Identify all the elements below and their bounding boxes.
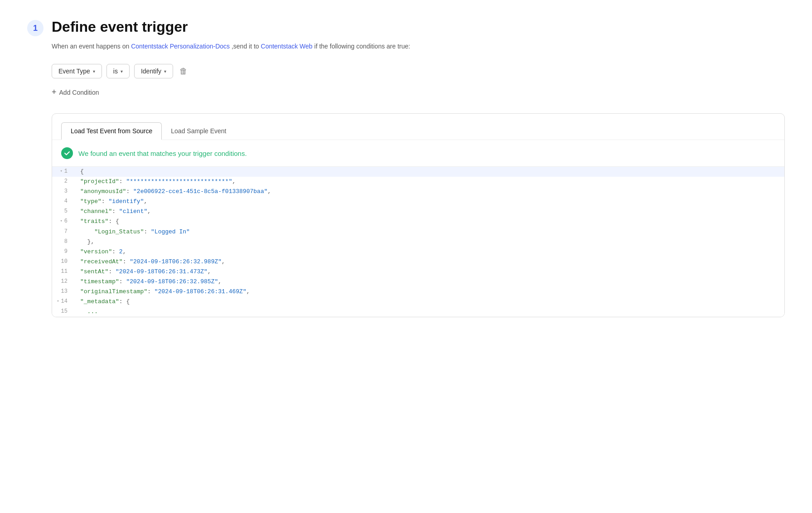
line-number-10: 10 [52, 257, 75, 266]
code-line-1: ▾ 1 { [52, 167, 784, 177]
add-condition-label: Add Condition [59, 89, 99, 96]
line-number-6: ▾ 6 [52, 217, 75, 226]
success-check-icon [61, 147, 73, 159]
identify-chevron-icon: ▾ [164, 69, 166, 74]
line-number-14: ▾ 14 [52, 297, 75, 306]
filter-row: Event Type ▾ is ▾ Identify ▾ 🗑 [52, 64, 785, 78]
line-content-1: { [75, 167, 784, 177]
step-description: When an event happens on Contentstack Pe… [52, 42, 785, 51]
code-line-10: 10 "receivedAt": "2024-09-18T06:26:32.98… [52, 257, 784, 267]
identify-label: Identify [141, 68, 161, 75]
code-line-15: 15 ... [52, 307, 784, 317]
identify-dropdown[interactable]: Identify ▾ [134, 64, 173, 78]
line-number-13: 13 [52, 287, 75, 296]
line-content-7: "Login_Status": "Logged In" [75, 227, 784, 237]
description-suffix: if the following conditions are true: [314, 43, 411, 50]
line-content-14: "_metadata": { [75, 297, 784, 307]
line-content-13: "originalTimestamp": "2024-09-18T06:26:3… [75, 287, 784, 297]
tab-load-sample-event[interactable]: Load Sample Event [162, 123, 235, 139]
event-type-dropdown[interactable]: Event Type ▾ [52, 64, 102, 78]
line-number-9: 9 [52, 247, 75, 256]
step-title: Define event trigger [52, 18, 188, 35]
code-line-7: 7 "Login_Status": "Logged In" [52, 227, 784, 237]
line-content-5: "channel": "client", [75, 207, 784, 217]
line-number-7: 7 [52, 227, 75, 236]
line-content-6: "traits": { [75, 217, 784, 227]
is-label: is [113, 68, 118, 75]
code-line-5: 5 "channel": "client", [52, 207, 784, 217]
step-number: 1 [27, 20, 44, 36]
line-number-2: 2 [52, 177, 75, 186]
test-panel: Load Test Event from Source Load Sample … [52, 113, 785, 317]
destination-name: Contentstack Web [261, 43, 313, 50]
step-header: 1 Define event trigger [27, 18, 785, 36]
code-line-2: 2 "projectId": "************************… [52, 177, 784, 187]
line-content-15: ... [75, 307, 784, 317]
code-line-13: 13 "originalTimestamp": "2024-09-18T06:2… [52, 287, 784, 297]
line-content-9: "version": 2, [75, 247, 784, 257]
code-line-12: 12 "timestamp": "2024-09-18T06:26:32.985… [52, 277, 784, 287]
tab-load-test-event[interactable]: Load Test Event from Source [61, 122, 162, 140]
fold-arrow-6: ▾ [60, 218, 62, 225]
code-line-8: 8 }, [52, 237, 784, 247]
code-line-11: 11 "sentAt": "2024-09-18T06:26:31.473Z", [52, 267, 784, 277]
is-dropdown[interactable]: is ▾ [106, 64, 130, 78]
line-number-1: ▾ 1 [52, 167, 75, 176]
line-number-4: 4 [52, 197, 75, 206]
event-type-label: Event Type [58, 68, 90, 75]
is-chevron-icon: ▾ [121, 69, 123, 74]
event-type-chevron-icon: ▾ [93, 69, 95, 74]
line-number-11: 11 [52, 267, 75, 276]
fold-arrow-1: ▾ [60, 168, 62, 175]
line-content-2: "projectId": "**************************… [75, 177, 784, 187]
fold-arrow-14: ▾ [57, 298, 59, 305]
code-line-3: 3 "anonymousId": "2e006922-cce1-451c-8c5… [52, 187, 784, 197]
test-tabs: Load Test Event from Source Load Sample … [52, 114, 784, 140]
line-content-10: "receivedAt": "2024-09-18T06:26:32.989Z"… [75, 257, 784, 267]
success-banner: We found an event that matches your trig… [52, 140, 784, 167]
code-line-9: 9 "version": 2, [52, 247, 784, 257]
line-content-8: }, [75, 237, 784, 247]
line-content-11: "sentAt": "2024-09-18T06:26:31.473Z", [75, 267, 784, 277]
line-content-3: "anonymousId": "2e006922-cce1-451c-8c5a-… [75, 187, 784, 197]
code-line-4: 4 "type": "identify", [52, 197, 784, 207]
line-content-12: "timestamp": "2024-09-18T06:26:32.985Z", [75, 277, 784, 287]
delete-condition-icon[interactable]: 🗑 [178, 65, 189, 78]
source-name: Contentstack Personalization-Docs [131, 43, 230, 50]
description-middle: ,send it to [232, 43, 259, 50]
code-area: ▾ 1 { 2 "projectId": "******************… [52, 167, 784, 317]
line-number-8: 8 [52, 237, 75, 246]
add-condition-button[interactable]: + Add Condition [52, 87, 785, 97]
line-content-4: "type": "identify", [75, 197, 784, 207]
line-number-12: 12 [52, 277, 75, 286]
code-line-14: ▾ 14 "_metadata": { [52, 297, 784, 307]
success-message: We found an event that matches your trig… [78, 150, 247, 157]
line-number-15: 15 [52, 307, 75, 316]
line-number-3: 3 [52, 187, 75, 196]
description-prefix: When an event happens on [52, 43, 129, 50]
line-number-5: 5 [52, 207, 75, 216]
plus-icon: + [52, 87, 57, 97]
code-line-6: ▾ 6 "traits": { [52, 217, 784, 227]
